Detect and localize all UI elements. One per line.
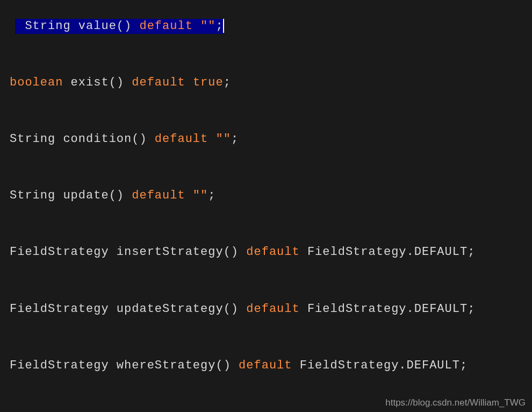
keyword-default: default (155, 132, 208, 146)
string-literal: "" (208, 132, 231, 146)
code-line: String value() default ""; (0, 0, 532, 35)
code-line: FieldStrategy updateStrategy() default F… (0, 285, 532, 318)
keyword-default: default (132, 189, 185, 202)
code-text: String update() (10, 189, 132, 202)
semicolon: ; (231, 132, 239, 146)
semicolon: ; (208, 189, 215, 202)
code-line: String update() default ""; (0, 172, 532, 205)
code-text: exist() (63, 76, 132, 89)
code-line: boolean exist() default true; (0, 58, 532, 92)
code-text: FieldStrategy whereStrategy() (10, 359, 239, 372)
blank-line (0, 375, 532, 397)
string-literal: "" (193, 19, 216, 33)
code-text: FieldStrategy.DEFAULT; (292, 359, 468, 372)
text-cursor (223, 19, 224, 33)
watermark-text: https://blog.csdn.net/William_TWG (385, 397, 526, 409)
semicolon: ; (215, 19, 223, 33)
keyword-true: true (193, 76, 224, 89)
code-block: String value() default ""; boolean exist… (0, 0, 532, 412)
blank-line (0, 262, 532, 285)
blank-line (0, 35, 532, 58)
keyword-default: default (239, 359, 292, 372)
blank-line (0, 92, 532, 115)
code-text: FieldStrategy updateStrategy() (10, 302, 246, 316)
semicolon: ; (224, 76, 231, 89)
code-line: FieldStrategy whereStrategy() default Fi… (0, 341, 532, 375)
blank-line (0, 205, 532, 228)
keyword-default: default (132, 76, 185, 89)
code-text: FieldStrategy.DEFAULT; (300, 245, 476, 259)
blank-line (0, 318, 532, 341)
keyword-default: default (246, 302, 299, 316)
keyword-boolean: boolean (10, 76, 63, 89)
string-literal: "" (185, 189, 209, 202)
keyword-default: default (139, 19, 192, 33)
code-line: String condition() default ""; (0, 115, 532, 148)
keyword-default: default (246, 245, 299, 259)
code-text: String condition() (10, 132, 155, 146)
code-text: String value() (25, 19, 139, 33)
code-text: FieldStrategy insertStrategy() (10, 245, 246, 259)
code-line: FieldStrategy insertStrategy() default F… (0, 228, 532, 262)
blank-line (0, 149, 532, 172)
code-text: FieldStrategy.DEFAULT; (300, 302, 476, 316)
